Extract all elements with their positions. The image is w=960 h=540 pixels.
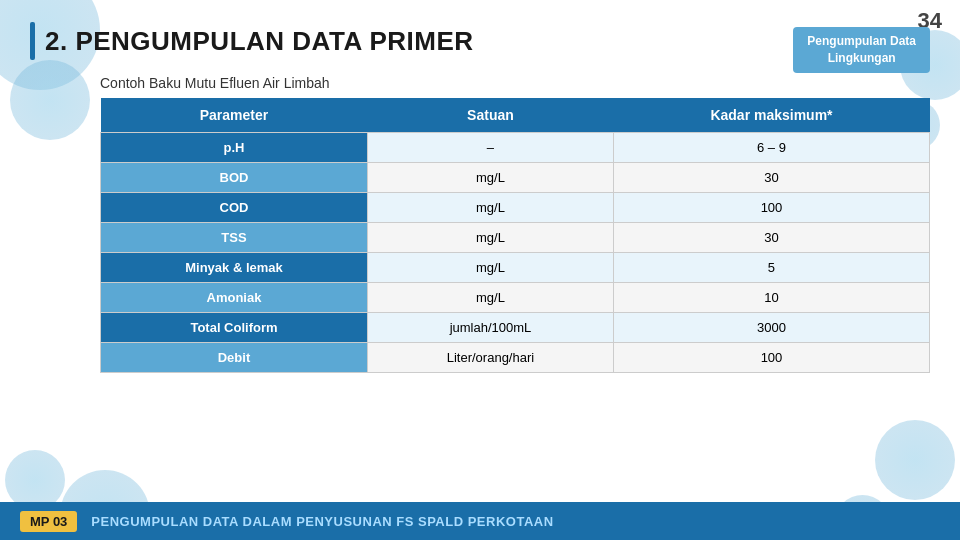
col-header-parameter: Parameter: [101, 98, 368, 133]
col-header-satuan: Satuan: [367, 98, 613, 133]
table-row: DebitLiter/orang/hari100: [101, 343, 930, 373]
table-row: Total Coliformjumlah/100mL3000: [101, 313, 930, 343]
table-row: CODmg/L100: [101, 193, 930, 223]
title-section: 2. PENGUMPULAN DATA PRIMER: [30, 22, 474, 60]
bg-circle-7: [875, 420, 955, 500]
cell-kadar: 100: [613, 193, 929, 223]
cell-kadar: 100: [613, 343, 929, 373]
footer-badge: MP 03: [20, 511, 77, 532]
col-header-kadar: Kadar maksimum*: [613, 98, 929, 133]
subtitle: Contoh Baku Mutu Efluen Air Limbah: [100, 75, 330, 91]
table-row: Amoniakmg/L10: [101, 283, 930, 313]
table-header-row: Parameter Satuan Kadar maksimum*: [101, 98, 930, 133]
cell-satuan: Liter/orang/hari: [367, 343, 613, 373]
cell-parameter: Debit: [101, 343, 368, 373]
footer-bar: MP 03 PENGUMPULAN DATA DALAM PENYUSUNAN …: [0, 502, 960, 540]
data-table: Parameter Satuan Kadar maksimum* p.H–6 –…: [100, 98, 930, 373]
table-row: TSSmg/L30: [101, 223, 930, 253]
page-title: 2. PENGUMPULAN DATA PRIMER: [45, 26, 474, 57]
cell-parameter: TSS: [101, 223, 368, 253]
cell-satuan: mg/L: [367, 253, 613, 283]
cell-satuan: mg/L: [367, 223, 613, 253]
cell-parameter: Minyak & lemak: [101, 253, 368, 283]
bg-circle-3: [5, 450, 65, 510]
cell-kadar: 3000: [613, 313, 929, 343]
cell-kadar: 5: [613, 253, 929, 283]
cell-satuan: mg/L: [367, 193, 613, 223]
cell-satuan: jumlah/100mL: [367, 313, 613, 343]
cell-parameter: COD: [101, 193, 368, 223]
header: 2. PENGUMPULAN DATA PRIMER Pengumpulan D…: [30, 22, 930, 73]
cell-kadar: 30: [613, 223, 929, 253]
cell-kadar: 30: [613, 163, 929, 193]
cell-satuan: –: [367, 133, 613, 163]
table-row: Minyak & lemakmg/L5: [101, 253, 930, 283]
footer-text: PENGUMPULAN DATA DALAM PENYUSUNAN FS SPA…: [91, 514, 553, 529]
cell-kadar: 10: [613, 283, 929, 313]
cell-parameter: BOD: [101, 163, 368, 193]
top-right-badge: Pengumpulan Data Lingkungan: [793, 27, 930, 73]
cell-satuan: mg/L: [367, 283, 613, 313]
table-container: Parameter Satuan Kadar maksimum* p.H–6 –…: [100, 98, 930, 373]
cell-parameter: Amoniak: [101, 283, 368, 313]
table-row: p.H–6 – 9: [101, 133, 930, 163]
title-bar: [30, 22, 35, 60]
cell-kadar: 6 – 9: [613, 133, 929, 163]
cell-parameter: Total Coliform: [101, 313, 368, 343]
table-row: BODmg/L30: [101, 163, 930, 193]
cell-satuan: mg/L: [367, 163, 613, 193]
cell-parameter: p.H: [101, 133, 368, 163]
